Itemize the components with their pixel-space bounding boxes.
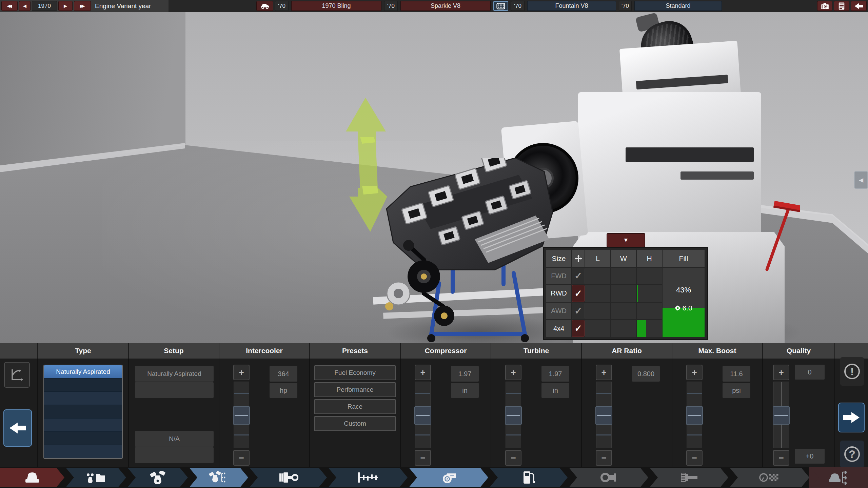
tab-engine-top[interactable]	[127, 468, 188, 487]
4x4-checkbox[interactable]: ✓	[572, 320, 585, 337]
fill-col-header: Fill	[663, 250, 705, 267]
tab-aspiration[interactable]	[409, 468, 488, 487]
size-table-collapse-button[interactable]: ▼	[607, 233, 645, 247]
designer-toolbar	[0, 467, 868, 488]
preset-custom-button[interactable]: Custom	[314, 416, 396, 431]
row-label-rwd: RWD	[546, 285, 571, 302]
preset-fuel-economy-button[interactable]: Fuel Economy	[314, 365, 396, 380]
width-col-header: W	[611, 250, 636, 267]
turbine-increase-button[interactable]: +	[505, 365, 521, 380]
quality-decrease-button[interactable]: −	[773, 450, 789, 466]
rwd-h-indicator	[637, 285, 638, 302]
engine-grid-icon	[496, 3, 505, 9]
header-compressor: Compressor	[401, 343, 491, 359]
turbine-unit: in	[541, 383, 569, 398]
app-window: ◀◀ ◀ 1970 ▶ ▶▶ Engine Variant year '70 1…	[0, 0, 868, 488]
tab-engine-variant[interactable]	[189, 468, 248, 487]
year-first-button[interactable]: ◀◀	[1, 1, 18, 11]
compressor-slider-track[interactable]	[415, 382, 431, 448]
preset-race-button[interactable]: Race	[314, 399, 396, 414]
type-option-selected[interactable]: Naturally Aspirated	[44, 365, 122, 379]
type-option-empty[interactable]	[44, 405, 122, 418]
turbine-slider: + −	[505, 365, 521, 466]
camera-icon	[821, 2, 829, 10]
graph-icon	[9, 367, 24, 382]
engine-model[interactable]	[373, 158, 563, 343]
alert-icon: !	[844, 364, 860, 379]
breadcrumb-engine-family[interactable]: Fountain V8	[527, 1, 616, 11]
tab-bottom-end[interactable]	[250, 468, 327, 487]
tab-engine-family[interactable]	[66, 468, 126, 487]
header-setup: Setup	[129, 343, 219, 359]
intercooler-slider-track[interactable]	[234, 382, 249, 448]
engine-crumb-icon-button[interactable]	[493, 1, 508, 11]
setup-value-2	[135, 382, 214, 398]
max-boost-slider-track[interactable]	[687, 382, 702, 448]
compressor-slider-handle[interactable]	[414, 406, 431, 425]
type-option-empty[interactable]	[44, 392, 122, 405]
type-option-empty[interactable]	[44, 379, 122, 392]
awd-checkbox[interactable]: ✓	[572, 303, 585, 320]
turbine-slider-track[interactable]	[506, 382, 521, 448]
dyno-main-body	[578, 92, 761, 254]
back-button[interactable]	[851, 1, 867, 11]
header-intercooler: Intercooler	[219, 343, 309, 359]
turbine-slider-handle[interactable]	[505, 406, 522, 425]
rwd-checkbox[interactable]: ✓	[572, 285, 585, 302]
compressor-increase-button[interactable]: +	[415, 365, 431, 380]
summary-report-button[interactable]	[834, 1, 849, 11]
warnings-button[interactable]: !	[840, 357, 864, 386]
side-panel-toggle[interactable]: ◀	[854, 171, 868, 189]
quality-increase-button[interactable]: +	[773, 365, 789, 380]
intercooler-increase-button[interactable]: +	[233, 365, 250, 380]
car-crumb-icon-button[interactable]	[256, 1, 273, 11]
breadcrumb-car[interactable]: 1970 Bling	[291, 1, 381, 11]
ar-ratio-increase-button[interactable]: +	[596, 365, 612, 380]
turbine-decrease-button[interactable]: −	[505, 450, 521, 466]
move-col-header	[572, 250, 585, 267]
piston-icon	[278, 472, 298, 483]
previous-tab-button[interactable]	[3, 409, 32, 447]
awd-h-cell	[637, 303, 662, 320]
3d-viewport[interactable]: ◀	[0, 12, 868, 343]
tab-top-end[interactable]	[328, 468, 408, 487]
ar-ratio-slider-handle[interactable]	[595, 406, 612, 425]
tab-fuel-system[interactable]	[490, 468, 568, 487]
type-option-empty[interactable]	[44, 419, 122, 432]
setup-secondary: N/A	[135, 431, 214, 447]
dyno-graph-button[interactable]	[4, 362, 30, 388]
quality-slider-handle[interactable]	[773, 406, 790, 425]
year-last-button[interactable]: ▶▶	[74, 1, 91, 11]
top-bar: ◀◀ ◀ 1970 ▶ ▶▶ Engine Variant year '70 1…	[0, 0, 868, 12]
year-prev-button[interactable]: ◀	[19, 1, 31, 11]
breadcrumb-trim[interactable]: Sparkle V8	[400, 1, 491, 11]
check-icon: ✓	[574, 270, 582, 281]
next-tab-button[interactable]	[838, 403, 865, 432]
photo-mode-button[interactable]	[817, 1, 832, 11]
help-button[interactable]: ?	[840, 441, 864, 468]
year-next-button[interactable]: ▶	[58, 1, 73, 11]
max-boost-increase-button[interactable]: +	[686, 365, 703, 380]
type-option-empty[interactable]	[44, 432, 122, 445]
tab-car-manager[interactable]	[811, 468, 868, 487]
intercooler-decrease-button[interactable]: −	[233, 450, 250, 466]
check-icon: ✓	[574, 323, 582, 334]
step-back-icon: ◀	[23, 3, 26, 8]
max-boost-decrease-button[interactable]: −	[686, 450, 703, 466]
engine-top-icon	[150, 471, 166, 484]
fuel-pump-icon	[521, 471, 536, 484]
fwd-checkbox[interactable]: ✓	[572, 268, 585, 285]
header-ar-ratio: AR Ratio	[582, 343, 672, 359]
ar-ratio-decrease-button[interactable]: −	[596, 450, 612, 466]
ar-ratio-slider-track[interactable]	[596, 382, 612, 448]
quality-slider-track[interactable]	[773, 382, 789, 448]
height-adjust-arrow[interactable]	[344, 97, 389, 232]
compressor-decrease-button[interactable]: −	[415, 450, 431, 466]
type-option-empty[interactable]	[44, 445, 122, 458]
tab-car-body[interactable]	[0, 468, 64, 487]
breadcrumb-engine-variant[interactable]: Standard	[634, 1, 722, 11]
4x4-h-indicator	[637, 320, 646, 337]
preset-performance-button[interactable]: Performance	[314, 382, 396, 397]
intercooler-slider-handle[interactable]	[233, 406, 250, 425]
max-boost-slider-handle[interactable]	[686, 406, 703, 425]
